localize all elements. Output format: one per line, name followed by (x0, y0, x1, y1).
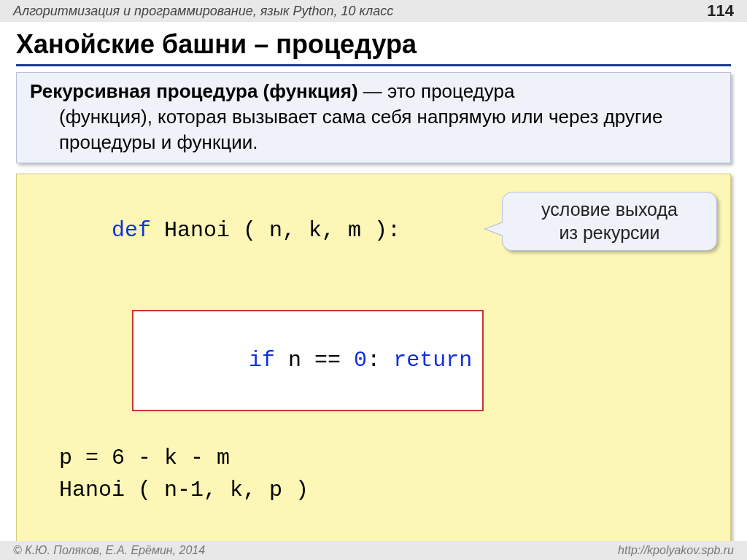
slide-content: Ханойские башни – процедура Рекурсивная … (0, 22, 747, 560)
exit-condition-box: if n == 0: return (132, 310, 484, 411)
slide-footer: © К.Ю. Поляков, Е.А. Ерёмин, 2014 http:/… (0, 541, 747, 560)
fn-sig: Hanoi ( n, k, m ): (151, 218, 400, 243)
code-line-4: Hanoi ( n-1, k, p ) (33, 475, 714, 507)
kw-return: return (393, 348, 472, 373)
definition-text-1: — это процедура (358, 80, 515, 102)
definition-box: Рекурсивная процедура (функция) — это пр… (16, 72, 731, 163)
footer-copyright: © К.Ю. Поляков, Е.А. Ерёмин, 2014 (13, 541, 205, 560)
definition-text-2: (функция), которая вызывает сама себя на… (30, 104, 717, 155)
code-line-3: p = 6 - k - m (33, 443, 714, 475)
definition-term: Рекурсивная процедура (функция) (30, 80, 358, 102)
code-block-main: def Hanoi ( n, k, m ): if n == 0: return… (16, 174, 731, 560)
page-number: 114 (707, 0, 734, 22)
cond-colon: : (367, 348, 393, 373)
kw-def: def (112, 218, 151, 243)
slide-header: Алгоритмизация и программирование, язык … (0, 0, 747, 22)
cond-mid: n == (275, 348, 354, 373)
num-zero: 0 (354, 348, 367, 373)
callout-exit-condition: условие выхода из рекурсии (502, 192, 717, 251)
callout-line-2: из рекурсии (560, 222, 660, 243)
subject-line: Алгоритмизация и программирование, язык … (13, 0, 393, 22)
kw-if: if (249, 348, 275, 373)
footer-url: http://kpolyakov.spb.ru (618, 541, 734, 560)
slide-title: Ханойские башни – процедура (16, 29, 731, 66)
callout-line-1: условие выхода (541, 199, 678, 219)
